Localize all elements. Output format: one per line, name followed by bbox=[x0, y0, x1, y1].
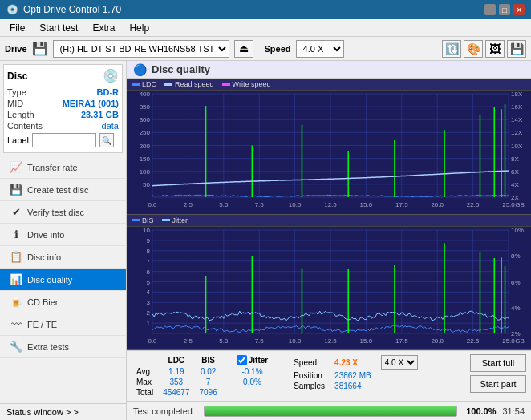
sidebar-item-disc-info[interactable]: 📋 Disc info bbox=[0, 246, 126, 269]
samples-label: Samples bbox=[289, 381, 330, 391]
drive-info-label: Drive info bbox=[27, 230, 64, 240]
sidebar-item-cd-bier[interactable]: 🍺 CD Bier bbox=[0, 291, 126, 313]
stats-total-ldc: 454677 bbox=[158, 387, 194, 398]
status-window-button[interactable]: Status window > > bbox=[6, 407, 120, 417]
stats-col-empty bbox=[132, 354, 158, 366]
sidebar-item-extra-tests[interactable]: 🔧 Extra tests bbox=[0, 336, 126, 358]
toolbar-btn-1[interactable]: 🔃 bbox=[442, 40, 461, 58]
progress-bar-fill bbox=[205, 406, 456, 416]
menu-extra[interactable]: Extra bbox=[86, 21, 121, 35]
sidebar-item-verify-test-disc[interactable]: ✔ Verify test disc bbox=[0, 201, 126, 224]
stats-avg-bis: 0.02 bbox=[195, 366, 222, 377]
stats-col-bis: BIS bbox=[195, 354, 222, 366]
disc-label-row: Label 🔍 bbox=[7, 131, 119, 149]
disc-label-button[interactable]: 🔍 bbox=[99, 133, 114, 147]
disc-length-label: Length bbox=[7, 110, 34, 119]
stats-header-row: LDC BIS Jitter bbox=[132, 354, 273, 366]
title-bar-left: 💿 Opti Drive Control 1.70 bbox=[6, 4, 121, 15]
chart1-legend: LDC Read speed Write speed bbox=[127, 79, 531, 91]
bis-color bbox=[132, 219, 140, 221]
status-window-label: Status window > > bbox=[6, 407, 79, 417]
menu-bar: File Start test Extra Help bbox=[0, 19, 531, 37]
disc-length-row: Length 23.31 GB bbox=[7, 109, 119, 120]
stats-avg-label: Avg bbox=[132, 366, 158, 377]
toolbar-btn-2[interactable]: 🎨 bbox=[464, 40, 483, 58]
stats-total-label: Total bbox=[132, 387, 158, 398]
disc-length-value: 23.31 GB bbox=[81, 110, 119, 119]
toolbar-btn-3[interactable]: 🖼 bbox=[485, 40, 505, 58]
write-speed-color bbox=[222, 83, 230, 86]
create-test-disc-icon: 💾 bbox=[10, 184, 22, 196]
disc-mid-label: MID bbox=[7, 99, 23, 108]
jitter-checkbox-label[interactable]: Jitter bbox=[237, 355, 268, 365]
toolbar-btn-save[interactable]: 💾 bbox=[507, 40, 526, 58]
disc-contents-value: data bbox=[102, 121, 119, 131]
create-test-disc-label: Create test disc bbox=[27, 185, 88, 195]
charts-area: LDC Read speed Write speed BIS Jitter bbox=[127, 79, 531, 401]
transfer-rate-icon: 📈 bbox=[10, 161, 22, 173]
menu-start-test[interactable]: Start test bbox=[33, 21, 84, 35]
disc-label-label: Label bbox=[7, 135, 29, 145]
start-full-button[interactable]: Start full bbox=[470, 354, 526, 372]
sidebar-item-transfer-rate[interactable]: 📈 Transfer rate bbox=[0, 156, 126, 179]
speed-target-select-cell: 4.0 X bbox=[376, 354, 423, 370]
disc-quality-header: 🔵 Disc quality bbox=[127, 61, 531, 79]
close-button[interactable]: ✕ bbox=[513, 4, 525, 15]
drive-label: Drive bbox=[5, 44, 27, 54]
bis-jitter-chart bbox=[127, 227, 531, 349]
extra-tests-label: Extra tests bbox=[27, 342, 69, 352]
samples-row: Samples 381664 bbox=[289, 381, 423, 391]
start-part-button[interactable]: Start part bbox=[470, 375, 526, 393]
sidebar-item-disc-quality[interactable]: 📊 Disc quality bbox=[0, 269, 126, 291]
disc-panel-title: Disc bbox=[7, 71, 27, 82]
stats-col-space bbox=[222, 354, 232, 366]
progress-bar bbox=[204, 406, 457, 417]
menu-file[interactable]: File bbox=[3, 21, 31, 35]
main-layout: Disc 💿 Type BD-R MID MEIRA1 (001) Length… bbox=[0, 61, 531, 420]
chart2-legend: BIS Jitter bbox=[127, 215, 531, 227]
disc-quality-title: Disc quality bbox=[152, 63, 210, 75]
progress-percent: 100.0% bbox=[464, 406, 496, 416]
disc-info-icon: 📋 bbox=[10, 251, 22, 263]
verify-test-disc-icon: ✔ bbox=[10, 206, 22, 218]
minimize-button[interactable]: − bbox=[484, 4, 496, 15]
test-buttons: Start full Start part bbox=[470, 354, 526, 393]
transfer-rate-label: Transfer rate bbox=[27, 163, 78, 172]
jitter-color bbox=[162, 219, 170, 221]
status-window-section: Status window > > bbox=[0, 403, 126, 420]
samples-value: 381664 bbox=[330, 381, 376, 391]
verify-test-disc-label: Verify test disc bbox=[27, 208, 84, 217]
legend-write-speed: Write speed bbox=[222, 80, 271, 88]
disc-quality-header-icon: 🔵 bbox=[133, 63, 147, 76]
toolbar-icons: 🔃 🎨 🖼 💾 bbox=[442, 40, 526, 58]
sidebar-item-drive-info[interactable]: ℹ Drive info bbox=[0, 224, 126, 246]
cd-bier-icon: 🍺 bbox=[10, 296, 22, 308]
position-value: 23862 MB bbox=[330, 370, 376, 381]
app-title: Opti Drive Control 1.70 bbox=[23, 4, 121, 15]
stats-avg-jitter: -0.1% bbox=[232, 366, 273, 377]
disc-label-input[interactable] bbox=[32, 133, 96, 147]
drive-select[interactable]: (H:) HL-DT-ST BD-RE WH16NS58 TST4 bbox=[53, 40, 229, 58]
jitter-checkbox[interactable] bbox=[237, 355, 247, 365]
fe-te-icon: 〰 bbox=[10, 318, 22, 330]
eject-button[interactable]: ⏏ bbox=[234, 40, 253, 58]
speed-select[interactable]: 4.0 X bbox=[296, 40, 344, 58]
sidebar-item-create-test-disc[interactable]: 💾 Create test disc bbox=[0, 179, 126, 201]
stats-col-ldc: LDC bbox=[158, 354, 194, 366]
stats-max-ldc: 353 bbox=[158, 377, 194, 387]
stats-max-label: Max bbox=[132, 377, 158, 387]
progress-status: Test completed bbox=[133, 406, 197, 416]
title-bar-controls: − □ ✕ bbox=[484, 4, 525, 15]
speed-target-select[interactable]: 4.0 X bbox=[381, 355, 418, 370]
menu-help[interactable]: Help bbox=[123, 21, 156, 35]
position-table: Speed 4.23 X 4.0 X Position 23862 MB bbox=[289, 354, 423, 391]
disc-panel: Disc 💿 Type BD-R MID MEIRA1 (001) Length… bbox=[3, 64, 123, 153]
maximize-button[interactable]: □ bbox=[499, 4, 510, 15]
stats-row: LDC BIS Jitter Avg 1.19 0.02 bbox=[127, 350, 531, 401]
stats-avg-ldc: 1.19 bbox=[158, 366, 194, 377]
sidebar-item-fe-te[interactable]: 〰 FE / TE bbox=[0, 313, 126, 336]
cd-bier-label: CD Bier bbox=[27, 297, 59, 307]
app-icon: 💿 bbox=[6, 4, 18, 15]
disc-type-row: Type BD-R bbox=[7, 87, 119, 98]
disc-type-value: BD-R bbox=[97, 87, 120, 97]
